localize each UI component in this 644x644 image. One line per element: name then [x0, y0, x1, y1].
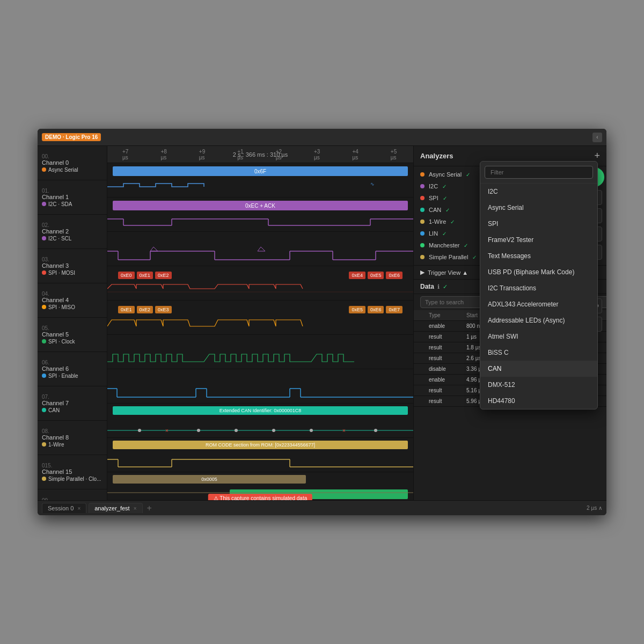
- dropdown-item-i2c-transactions[interactable]: I2C Transactions: [480, 280, 597, 296]
- svg-marker-23: [150, 247, 158, 251]
- svg-point-43: [310, 429, 313, 432]
- channel-item: 07. Channel 7 CAN: [38, 386, 107, 421]
- tab-bar: Session 0 × analyzer_fest × + 2 µs ∧: [38, 500, 606, 515]
- channel-item: 03. Channel 3 SPI · MOSI: [38, 249, 107, 283]
- channel-item: 00. Channel 0 Async Serial: [38, 146, 107, 180]
- dropdown-item-text-messages[interactable]: Text Messages: [480, 248, 597, 264]
- right-panel: Analyzers + Async Serial ✓ I2C ✓: [413, 146, 606, 500]
- zoom-indicator: 2 µs ∧: [587, 505, 602, 511]
- app-window: DEMO · Logic Pro 16 ‹ 00. Channel 0 Asyn…: [38, 129, 606, 515]
- collapse-button[interactable]: ‹: [592, 133, 602, 142]
- tab-session0[interactable]: Session 0 ×: [42, 503, 86, 513]
- waveform-row-4: 0xE1 0xE2 0xE3 0xE5 0xE6 0xE7: [107, 301, 413, 335]
- timeline-title: 2 s : 366 ms : 310 µs: [233, 151, 288, 158]
- dropdown-item-atmel-swi[interactable]: Atmel SWI: [480, 328, 597, 345]
- tab-analyzer-fest[interactable]: analyzer_fest ×: [89, 503, 142, 513]
- dropdown-item-dmx512[interactable]: DMX-512: [480, 377, 597, 393]
- waveform-row-7: Extended CAN Identifier: 0x000001C8 × ×: [107, 404, 413, 438]
- dropdown-item-adxl343[interactable]: ADXL343 Accelerometer: [480, 296, 597, 312]
- app-badge: DEMO · Logic Pro 16: [42, 133, 101, 141]
- tab-close-session0[interactable]: ×: [77, 506, 80, 511]
- analyzers-title: Analyzers: [420, 152, 453, 160]
- svg-point-40: [197, 429, 200, 432]
- svg-point-42: [272, 429, 275, 432]
- dropdown-item-spi[interactable]: SPI: [480, 216, 597, 232]
- dropdown-item-hd44780[interactable]: HD44780: [480, 393, 597, 409]
- channel-item: 06. Channel 6 SPI · Enable: [38, 352, 107, 386]
- waveform-row-9: 0x0005 ⚠ This capture contains simulated…: [107, 472, 413, 500]
- svg-text:∿: ∿: [370, 181, 375, 187]
- dropdown-item-i2c[interactable]: I2C: [480, 184, 597, 200]
- channel-item: 04. Channel 4 SPI · MISO: [38, 283, 107, 318]
- dropdown-item-addressable-leds[interactable]: Addressable LEDs (Async): [480, 312, 597, 328]
- svg-text:×: ×: [165, 428, 169, 434]
- channel-item: 05. Channel 5 SPI · Clock: [38, 318, 107, 352]
- dropdown-item-framev2[interactable]: FrameV2 Tester: [480, 232, 597, 248]
- channel-item: 015. Channel 15 Simple Parallel · Clo...: [38, 455, 107, 489]
- waveform-row-8: ROM CODE section from ROM: [0x2233445566…: [107, 438, 413, 472]
- svg-point-45: [374, 429, 377, 432]
- waveform-row-3: 0xE0 0xE1 0xE2 0xE4 0xE5 0xE6: [107, 266, 413, 301]
- waveform-row-6: [107, 369, 413, 404]
- analyzer-dropdown: I2C Async Serial SPI FrameV2 Tester Text…: [480, 161, 598, 409]
- svg-marker-24: [258, 247, 265, 251]
- waveform-row-2: [107, 232, 413, 266]
- timeline-header: 2 s : 366 ms : 310 µs +7 µs +8 µs +9 µs …: [107, 146, 413, 163]
- new-tab-button[interactable]: +: [145, 503, 154, 513]
- filter-input-wrap: [480, 162, 597, 184]
- tab-close-analyzer-fest[interactable]: ×: [134, 506, 137, 511]
- svg-text:×: ×: [342, 428, 346, 434]
- waveform-row-5: [107, 335, 413, 369]
- dropdown-item-can[interactable]: CAN: [480, 361, 597, 377]
- waveform-area: 2 s : 366 ms : 310 µs +7 µs +8 µs +9 µs …: [107, 146, 413, 500]
- main-content: 00. Channel 0 Async Serial 01. Channel 1…: [38, 146, 606, 500]
- channel-item: 08. Channel 8 1-Wire: [38, 421, 107, 455]
- channel-item: 02. Channel 2 I2C · SCL: [38, 215, 107, 249]
- dropdown-item-biss-c[interactable]: BiSS C: [480, 345, 597, 361]
- channel-list: 00. Channel 0 Async Serial 01. Channel 1…: [38, 146, 107, 500]
- channel-item: 09. Channel 9: [38, 489, 107, 500]
- data-title: Data: [420, 283, 434, 290]
- outer-wrapper: DEMO · Logic Pro 16 ‹ 00. Channel 0 Asyn…: [0, 0, 644, 644]
- waveform-rows: 0x6F ∿ 0xEC + ACK: [107, 163, 413, 500]
- waveform-row-1: 0xEC + ACK: [107, 197, 413, 232]
- svg-point-38: [138, 429, 141, 432]
- top-bar: DEMO · Logic Pro 16 ‹: [38, 129, 606, 146]
- svg-point-41: [235, 429, 238, 432]
- filter-input[interactable]: [485, 166, 593, 179]
- waveform-row-0: 0x6F ∿: [107, 163, 413, 197]
- add-analyzer-button[interactable]: +: [594, 150, 600, 162]
- dropdown-item-usb-pd[interactable]: USB PD (Biphase Mark Code): [480, 264, 597, 280]
- dropdown-item-async-serial[interactable]: Async Serial: [480, 200, 597, 216]
- channel-item: 01. Channel 1 I2C · SDA: [38, 180, 107, 215]
